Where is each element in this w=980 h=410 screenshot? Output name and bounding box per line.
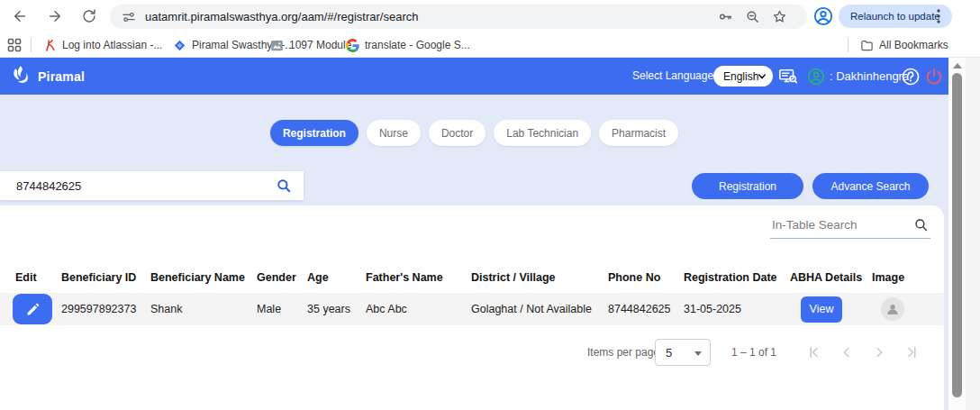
edit-button[interactable] — [13, 294, 52, 324]
beneficiary-search-input[interactable] — [0, 171, 304, 200]
brand: Piramal — [9, 64, 85, 88]
previous-page-icon[interactable] — [839, 344, 855, 360]
cell-beneficiary-id: 299597892373 — [61, 303, 150, 315]
col-fathers-name: Father's Name — [366, 271, 471, 284]
beneficiary-avatar — [881, 297, 904, 321]
site-info-icon[interactable] — [122, 10, 136, 24]
language-value: English — [723, 70, 758, 83]
col-registration-date: Registration Date — [684, 271, 790, 284]
all-bookmarks-label: All Bookmarks — [879, 39, 948, 51]
first-page-icon[interactable] — [806, 344, 822, 360]
col-beneficiary-name: Beneficiary Name — [150, 271, 257, 284]
bookmark-label: 1097 Module — [289, 39, 351, 51]
in-table-search — [770, 213, 930, 239]
folder-icon — [860, 39, 874, 52]
page-viewport: Piramal Select Language: English : Dakhi… — [0, 58, 948, 410]
cell-age: 35 years — [307, 303, 366, 315]
browser-profile-icon[interactable] — [813, 6, 833, 26]
cell-phone-no: 8744842625 — [608, 303, 684, 315]
person-icon — [885, 302, 900, 316]
col-phone-no: Phone No — [608, 271, 684, 284]
browser-toolbar: uatamrit.piramalswasthya.org/aam/#/regis… — [0, 0, 980, 32]
bookmark-label: translate - Google S... — [365, 39, 470, 51]
col-district-village: District / Village — [471, 271, 608, 284]
piramal-swasthya-bookmark-icon — [173, 39, 186, 52]
bookmark-atlassian[interactable]: Log into Atlassian -... — [43, 37, 162, 53]
abha-view-button[interactable]: View — [801, 296, 842, 323]
logout-power-icon[interactable] — [924, 67, 944, 87]
screen: uatamrit.piramalswasthya.org/aam/#/regis… — [0, 0, 980, 410]
beneficiary-search — [0, 171, 304, 200]
divider — [31, 38, 32, 52]
apps-grid-icon[interactable] — [7, 38, 22, 52]
registration-button[interactable]: Registration — [692, 173, 803, 199]
items-per-page-value: 5 — [666, 346, 672, 360]
items-per-page-select[interactable]: 5 — [655, 339, 711, 366]
logged-in-username: : Dakhinhengra — [830, 69, 909, 83]
chevron-down-icon — [694, 351, 702, 356]
scrollbar-thumb[interactable] — [952, 73, 962, 397]
results-card: Edit Beneficiary ID Beneficiary Name Gen… — [0, 205, 944, 410]
back-icon[interactable] — [12, 8, 28, 24]
role-tabs: Registration Nurse Doctor Lab Technician… — [0, 120, 948, 146]
piramal-logo-icon — [9, 64, 33, 88]
chevron-down-icon — [758, 74, 766, 79]
cell-beneficiary-name: Shank — [150, 303, 257, 315]
help-icon[interactable] — [901, 67, 921, 87]
browser-menu-icon[interactable] — [930, 7, 947, 25]
last-page-icon[interactable] — [903, 344, 920, 360]
cell-registration-date: 31-05-2025 — [684, 303, 790, 315]
cell-district-village: Golaghat / Not Available — [471, 303, 608, 315]
items-per-page-label: Items per page: — [587, 346, 662, 359]
col-abha-details: ABHA Details — [790, 271, 872, 284]
table-row: 299597892373 Shank Male 35 years Abc Abc… — [0, 293, 944, 325]
language-select[interactable]: English — [713, 66, 773, 87]
bookmarks-bar: Log into Atlassian -... Piramal Swasthya… — [0, 32, 980, 58]
col-beneficiary-id: Beneficiary ID — [61, 271, 150, 284]
table-header-row: Edit Beneficiary ID Beneficiary Name Gen… — [0, 265, 944, 290]
pencil-icon — [26, 303, 40, 316]
col-image: Image — [872, 271, 944, 284]
cell-father-name: Abc Abc — [366, 303, 471, 315]
screen-reader-icon[interactable] — [778, 67, 798, 87]
tab-lab-technician[interactable]: Lab Technician — [494, 120, 591, 146]
password-key-icon[interactable] — [718, 9, 733, 24]
page-scrollbar[interactable] — [948, 58, 966, 410]
col-edit: Edit — [15, 271, 61, 284]
zoom-out-icon[interactable] — [745, 9, 760, 24]
col-gender: Gender — [257, 271, 307, 284]
page-range-label: 1 – 1 of 1 — [731, 346, 776, 359]
brand-name: Piramal — [38, 69, 85, 84]
forward-icon[interactable] — [47, 8, 63, 24]
app-header: Piramal Select Language: English : Dakhi… — [0, 58, 948, 95]
select-language-label: Select Language: — [632, 69, 716, 82]
advance-search-button[interactable]: Advance Search — [812, 173, 929, 199]
reload-icon[interactable] — [81, 8, 97, 24]
user-status-icon — [807, 68, 825, 86]
bookmark-star-icon[interactable] — [772, 9, 787, 24]
google-g-icon — [346, 39, 359, 52]
in-table-search-icon[interactable] — [913, 217, 929, 232]
module-bookmark-icon — [270, 39, 284, 52]
bookmark-label: Log into Atlassian -... — [62, 39, 162, 51]
atlassian-bookmark-icon — [43, 39, 57, 52]
tab-doctor[interactable]: Doctor — [429, 120, 485, 146]
scroll-up-icon[interactable] — [953, 63, 962, 68]
next-page-icon[interactable] — [871, 344, 887, 360]
paginator: Items per page: 5 1 – 1 of 1 — [0, 339, 944, 366]
tab-registration[interactable]: Registration — [270, 120, 358, 146]
window-edge-strip — [966, 58, 980, 410]
all-bookmarks-button[interactable]: All Bookmarks — [860, 37, 948, 53]
url-text[interactable]: uatamrit.piramalswasthya.org/aam/#/regis… — [145, 10, 418, 23]
in-table-search-input[interactable] — [770, 213, 930, 239]
bookmark-google-translate[interactable]: translate - Google S... — [346, 37, 470, 53]
divider — [848, 38, 848, 52]
search-icon[interactable] — [276, 178, 292, 194]
cell-gender: Male — [257, 303, 307, 315]
url-bar[interactable]: uatamrit.piramalswasthya.org/aam/#/regis… — [110, 5, 807, 29]
tab-nurse[interactable]: Nurse — [367, 120, 421, 146]
tab-pharmacist[interactable]: Pharmacist — [599, 120, 678, 146]
bookmark-1097-module[interactable]: 1097 Module — [270, 37, 351, 53]
col-age: Age — [307, 271, 366, 284]
